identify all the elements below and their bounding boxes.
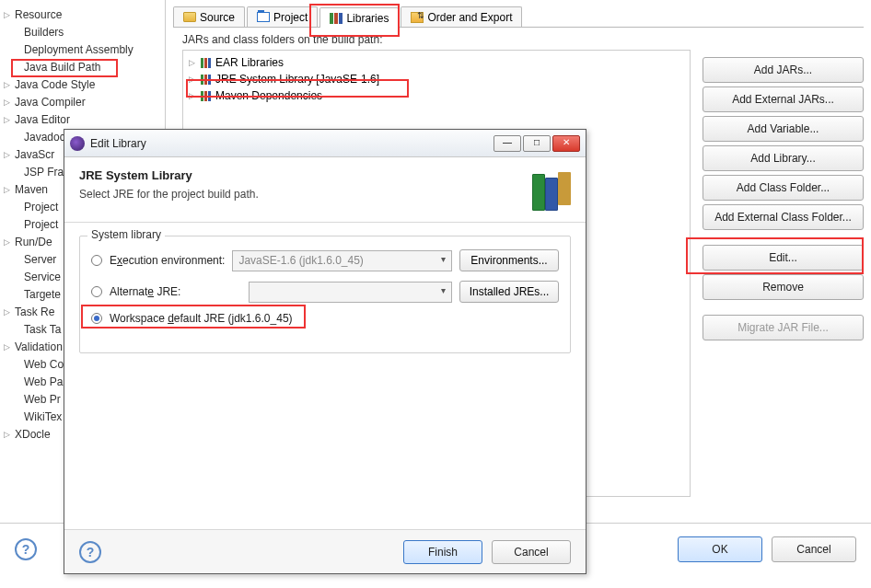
tree-item-builders[interactable]: Builders <box>0 23 165 40</box>
tree-item-java-build-path[interactable]: Java Build Path <box>0 58 165 75</box>
tree-label: Service <box>22 271 61 283</box>
radio-workspace-default[interactable] <box>91 313 102 324</box>
dialog-titlebar[interactable]: Edit Library — □ ✕ <box>64 130 586 157</box>
tree-label: Java Build Path <box>22 61 100 74</box>
tree-label: Run/De <box>13 236 52 248</box>
group-legend: System library <box>87 228 165 241</box>
libraries-description: JARs and class folders on the build path… <box>182 33 864 46</box>
radio-alternate-jre[interactable] <box>91 286 102 297</box>
dialog-heading: JRE System Library <box>79 168 259 182</box>
row-alternate-jre: Alternate JRE: Installed JREs... <box>91 281 559 303</box>
add-external-jars-button[interactable]: Add External JARs... <box>703 86 864 112</box>
tab-label: Project <box>273 11 308 24</box>
tab-libraries[interactable]: Libraries <box>319 7 399 28</box>
label-execution-environment[interactable]: Execution environment: <box>110 254 225 267</box>
library-row-jre[interactable]: ▷JRE System Library [JavaSE-1.6] <box>189 71 684 87</box>
source-icon <box>183 12 196 22</box>
edit-button[interactable]: Edit... <box>703 245 864 271</box>
tree-label: Deployment Assembly <box>22 43 134 56</box>
eclipse-icon <box>70 136 85 151</box>
add-library-button[interactable]: Add Library... <box>703 145 864 171</box>
library-books-icon <box>527 168 571 211</box>
libraries-icon <box>330 13 343 24</box>
edit-library-dialog: Edit Library — □ ✕ JRE System Library Se… <box>64 129 586 574</box>
library-icon <box>201 58 212 68</box>
tab-label: Source <box>200 11 235 24</box>
order-export-icon <box>411 12 424 23</box>
installed-jres-button[interactable]: Installed JREs... <box>459 281 559 303</box>
finish-button[interactable]: Finish <box>403 540 482 564</box>
tree-label: Targete <box>22 288 61 301</box>
dialog-subheading: Select JRE for the project build path. <box>79 188 259 201</box>
dialog-help-icon[interactable]: ? <box>79 541 101 563</box>
dialog-body: System library Execution environment: Ja… <box>64 223 586 366</box>
dialog-cancel-button[interactable]: Cancel <box>492 540 571 564</box>
combo-value: JavaSE-1.6 (jdk1.6.0_45) <box>238 254 363 267</box>
minimize-icon[interactable]: — <box>494 135 521 152</box>
row-workspace-default: Workspace default JRE (jdk1.6.0_45) <box>91 312 559 325</box>
tree-label: Web Co <box>22 358 64 371</box>
tab-source[interactable]: Source <box>173 6 245 27</box>
tab-label: Order and Export <box>427 11 512 24</box>
label-alternate-jre[interactable]: Alternate JRE: <box>110 285 241 298</box>
tab-projects[interactable]: Project <box>247 6 318 27</box>
add-variable-button[interactable]: Add Variable... <box>703 116 864 142</box>
environments-button[interactable]: Environments... <box>459 249 559 271</box>
label-workspace-default[interactable]: Workspace default JRE (jdk1.6.0_45) <box>110 312 293 325</box>
library-label: JRE System Library [JavaSE-1.6] <box>215 73 379 86</box>
tree-label: WikiTex <box>22 410 62 423</box>
combo-alternate-jre[interactable] <box>249 282 452 303</box>
tree-item-resource[interactable]: ▷Resource <box>0 6 165 23</box>
system-library-group: System library Execution environment: Ja… <box>79 236 571 353</box>
tab-label: Libraries <box>346 12 389 25</box>
library-label: Maven Dependencies <box>215 89 322 102</box>
tree-label: Validation <box>13 340 63 353</box>
close-icon[interactable]: ✕ <box>552 135 580 152</box>
tree-label: Resource <box>13 8 62 21</box>
tree-label: Builders <box>22 26 64 39</box>
tree-label: Java Editor <box>13 113 70 126</box>
library-label: EAR Libraries <box>215 56 284 69</box>
tree-label: Javadoc <box>22 131 65 144</box>
tab-order-export[interactable]: Order and Export <box>401 6 522 27</box>
library-row-ear[interactable]: ▷EAR Libraries <box>189 54 684 71</box>
dialog-header: JRE System Library Select JRE for the pr… <box>64 157 586 223</box>
add-jars-button[interactable]: Add JARs... <box>703 57 864 83</box>
maximize-icon[interactable]: □ <box>523 135 551 152</box>
tree-item-deployment-assembly[interactable]: Deployment Assembly <box>0 40 165 58</box>
tree-item-java-code-style[interactable]: ▷Java Code Style <box>0 75 165 93</box>
ok-button[interactable]: OK <box>678 536 762 562</box>
library-icon <box>201 75 212 85</box>
remove-button[interactable]: Remove <box>703 274 864 300</box>
projects-icon <box>257 12 270 22</box>
tree-label: JavaScr <box>13 148 54 161</box>
library-row-maven[interactable]: ▷Maven Dependencies <box>189 87 684 104</box>
tree-label: Java Compiler <box>13 96 86 109</box>
tree-label: Web Pr <box>22 393 61 406</box>
combo-execution-environment[interactable]: JavaSE-1.6 (jdk1.6.0_45) <box>232 250 452 271</box>
add-class-folder-button[interactable]: Add Class Folder... <box>703 175 864 201</box>
migrate-jar-button: Migrate JAR File... <box>703 315 864 340</box>
tree-label: XDocle <box>13 428 51 441</box>
dialog-title: Edit Library <box>90 137 488 150</box>
dialog-footer: ? Finish Cancel <box>64 529 586 573</box>
tree-label: Java Code Style <box>13 78 95 91</box>
tree-label: Web Pa <box>22 375 63 388</box>
tree-label: Maven <box>13 183 48 196</box>
tabs: Source Project Libraries Order and Expor… <box>173 6 864 28</box>
row-execution-environment: Execution environment: JavaSE-1.6 (jdk1.… <box>91 249 559 271</box>
radio-execution-environment[interactable] <box>91 255 102 266</box>
library-icon <box>201 91 212 101</box>
add-external-class-folder-button[interactable]: Add External Class Folder... <box>703 204 864 230</box>
help-icon[interactable]: ? <box>15 538 37 560</box>
tree-label: Task Ta <box>22 323 61 336</box>
library-buttons: Add JARs... Add External JARs... Add Var… <box>703 57 864 340</box>
cancel-button[interactable]: Cancel <box>772 536 856 562</box>
tree-label: Project <box>22 218 58 231</box>
tree-label: Project <box>22 201 58 213</box>
tree-label: Server <box>22 253 56 266</box>
tree-label: JSP Fra <box>22 166 64 179</box>
tree-item-java-editor[interactable]: ▷Java Editor <box>0 110 165 128</box>
tree-item-java-compiler[interactable]: ▷Java Compiler <box>0 93 165 110</box>
tree-label: Task Re <box>13 306 54 318</box>
